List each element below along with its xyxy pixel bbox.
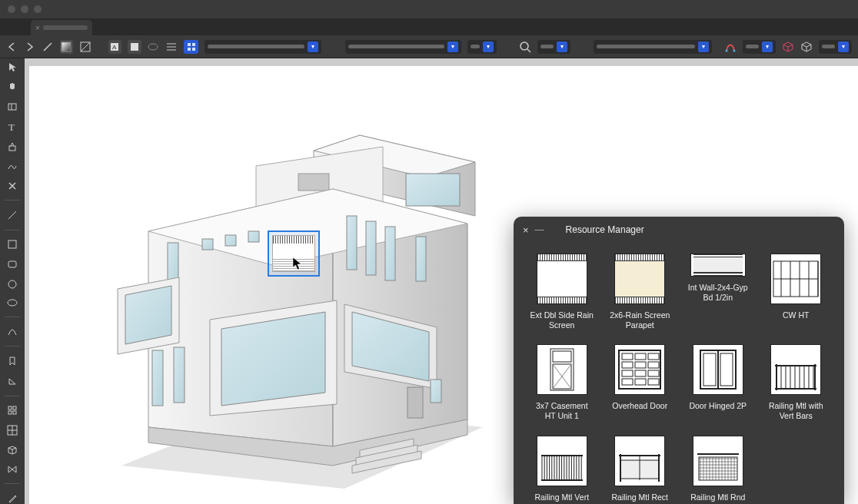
- resource-item-railing-mtl-vert[interactable]: Railing Mtl Vert: [527, 436, 597, 505]
- selection-tool-icon[interactable]: [5, 61, 19, 72]
- nav-fwd-icon[interactable]: [23, 41, 35, 53]
- resource-thumb: [537, 344, 587, 395]
- pan-tool-icon[interactable]: [5, 81, 19, 92]
- svg-rect-48: [225, 235, 236, 246]
- cube-tool-icon[interactable]: [5, 445, 19, 456]
- toolbar-dropdown-2[interactable]: ▾: [345, 40, 461, 54]
- panel-header[interactable]: × — Resource Manager: [514, 217, 844, 243]
- svg-rect-84: [622, 362, 633, 368]
- resource-manager-panel: × — Resource Manager Ext Dbl Side Rain S…: [514, 217, 844, 504]
- ellipse-ghost-icon[interactable]: [148, 41, 160, 53]
- list-icon[interactable]: [165, 41, 178, 53]
- svg-text:A: A: [112, 44, 117, 51]
- nav-back-icon[interactable]: [6, 41, 18, 53]
- title-bar: [0, 0, 858, 18]
- line-draw-icon[interactable]: [5, 210, 19, 220]
- resource-item-3x7-casement-ht-unit-1[interactable]: 3x7 Casement HT Unit 1: [527, 344, 597, 421]
- svg-line-0: [44, 43, 52, 51]
- resource-item-railing-mtl-with-vert-bars[interactable]: Railing Mtl with Vert Bars: [762, 344, 831, 421]
- resource-label: Int Wall-2x4-Gyp Bd 1/2in: [686, 283, 750, 303]
- svg-rect-11: [188, 43, 191, 46]
- resource-item-overhead-door[interactable]: Overhead Door: [606, 344, 675, 421]
- svg-rect-47: [202, 239, 213, 250]
- window-maximize-button[interactable]: [34, 5, 42, 13]
- svg-rect-19: [8, 104, 16, 110]
- resource-item-railing-mtl-rnd-top-rail-with-grating-panel[interactable]: Railing Mtl Rnd Top Rail with Grating Pa…: [683, 436, 753, 505]
- cube-colored-icon[interactable]: [782, 41, 794, 53]
- resource-item-cw-ht[interactable]: CW HT: [762, 254, 831, 330]
- tab-label: [43, 25, 88, 30]
- resource-thumb: [690, 254, 746, 277]
- fill-diag-icon[interactable]: [79, 41, 91, 53]
- grid-sm-icon[interactable]: [5, 405, 19, 416]
- resource-item-ext-dbl-side-rain-screen[interactable]: Ext Dbl Side Rain Screen: [527, 254, 597, 330]
- bookmark-tool-icon[interactable]: [5, 356, 19, 366]
- chevron-down-icon: ▾: [483, 41, 494, 52]
- circle-tool-icon[interactable]: [5, 279, 19, 290]
- fill-box-icon[interactable]: [128, 40, 141, 54]
- svg-rect-31: [8, 411, 12, 414]
- svg-marker-51: [125, 286, 171, 344]
- svg-point-27: [8, 280, 16, 288]
- freeform-tool-icon[interactable]: [5, 161, 19, 172]
- tab-bar: ×: [0, 18, 858, 35]
- resource-item-int-wall-2x4-gyp-bd-1-2in[interactable]: Int Wall-2x4-Gyp Bd 1/2in: [683, 254, 753, 330]
- resource-item-door-hinged-2p[interactable]: Door Hinged 2P: [683, 344, 753, 421]
- gradient-icon[interactable]: [60, 40, 74, 54]
- bez-icon[interactable]: [724, 41, 737, 53]
- window-minimize-button[interactable]: [21, 5, 28, 13]
- close-x-icon[interactable]: [5, 181, 19, 191]
- toolbar-dropdown-4[interactable]: ▾: [594, 40, 712, 54]
- canvas-area[interactable]: × — Resource Manager Ext Dbl Side Rain S…: [25, 58, 858, 504]
- svg-rect-25: [8, 240, 16, 248]
- svg-rect-88: [635, 370, 646, 376]
- svg-point-18: [733, 49, 736, 51]
- svg-rect-29: [8, 406, 12, 410]
- svg-rect-81: [622, 353, 633, 360]
- edit-tool-icon[interactable]: [5, 493, 19, 504]
- svg-rect-32: [13, 411, 16, 414]
- search-icon[interactable]: [519, 41, 531, 53]
- resource-item-2x6-rain-screen-parapet[interactable]: 2x6-Rain Screen Parapet: [606, 254, 675, 330]
- arc-tool-icon[interactable]: [5, 326, 19, 337]
- cube-plain-icon[interactable]: [800, 41, 813, 53]
- resource-thumb: [770, 344, 821, 395]
- toolbar-dropdown-3[interactable]: ▾: [467, 40, 496, 54]
- svg-rect-49: [248, 231, 259, 242]
- toolbar-dropdown-1[interactable]: ▾: [205, 40, 321, 54]
- grid-mode-icon[interactable]: [184, 40, 198, 54]
- tab-close-icon[interactable]: ×: [35, 24, 40, 32]
- resource-label: Ext Dbl Side Rain Screen: [530, 310, 594, 330]
- chevron-down-icon: ▾: [838, 41, 849, 52]
- window-close-button[interactable]: [8, 5, 15, 13]
- text-box-icon[interactable]: A: [108, 40, 122, 54]
- right-pill-1[interactable]: ▾: [743, 40, 776, 54]
- right-pill-2[interactable]: ▾: [819, 40, 852, 54]
- svg-rect-82: [635, 353, 646, 360]
- pushpull-tool-icon[interactable]: [5, 141, 19, 152]
- search-dropdown[interactable]: ▾: [537, 40, 570, 54]
- angle-tool-icon[interactable]: [5, 376, 19, 386]
- panel-close-icon[interactable]: ×: [523, 224, 529, 236]
- text-tool-icon[interactable]: T: [5, 121, 19, 132]
- bowtie-tool-icon[interactable]: [5, 465, 19, 474]
- selected-wall-section[interactable]: [268, 230, 320, 277]
- chevron-down-icon: ▾: [762, 41, 773, 52]
- roundrect-tool-icon[interactable]: [5, 259, 19, 270]
- square-tool-icon[interactable]: [5, 239, 19, 250]
- chevron-down-icon: ▾: [308, 41, 318, 52]
- document-tab[interactable]: ×: [31, 20, 92, 35]
- resource-item-railing-mtl-rect-top-rail-with-panel[interactable]: Railing Mtl Rect Top Rail with Panel: [606, 436, 675, 505]
- grid-lg-icon[interactable]: [5, 425, 19, 436]
- svg-line-16: [527, 49, 530, 52]
- svg-rect-57: [416, 237, 426, 281]
- panel-title: Resource Manager: [566, 224, 644, 235]
- line-tool-icon[interactable]: [42, 41, 54, 53]
- flyout-icon[interactable]: [5, 101, 19, 112]
- svg-rect-13: [188, 48, 191, 51]
- svg-point-17: [726, 49, 728, 51]
- ellipse-tool-icon[interactable]: [5, 299, 19, 307]
- panel-minimize-icon[interactable]: —: [535, 224, 544, 235]
- svg-marker-53: [221, 312, 325, 406]
- svg-rect-26: [8, 261, 16, 267]
